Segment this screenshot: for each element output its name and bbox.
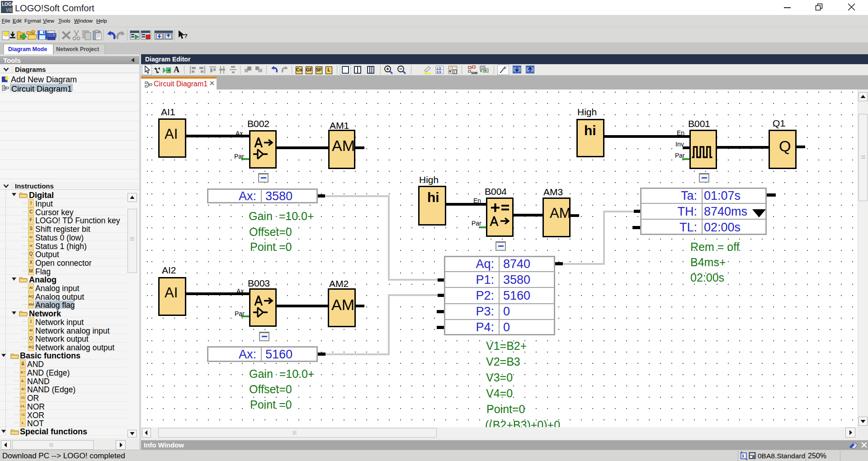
- svg-text:LOGO: LOGO: [2, 2, 13, 7]
- svg-text:i: i: [742, 453, 744, 458]
- svg-text:I: I: [454, 70, 455, 74]
- svg-text:1:2: 1:2: [437, 67, 441, 70]
- svg-text:V8: V8: [6, 7, 12, 13]
- svg-text:SIM: SIM: [471, 71, 478, 75]
- svg-text:3:4: 3:4: [437, 71, 441, 74]
- svg-text:?: ?: [184, 33, 188, 39]
